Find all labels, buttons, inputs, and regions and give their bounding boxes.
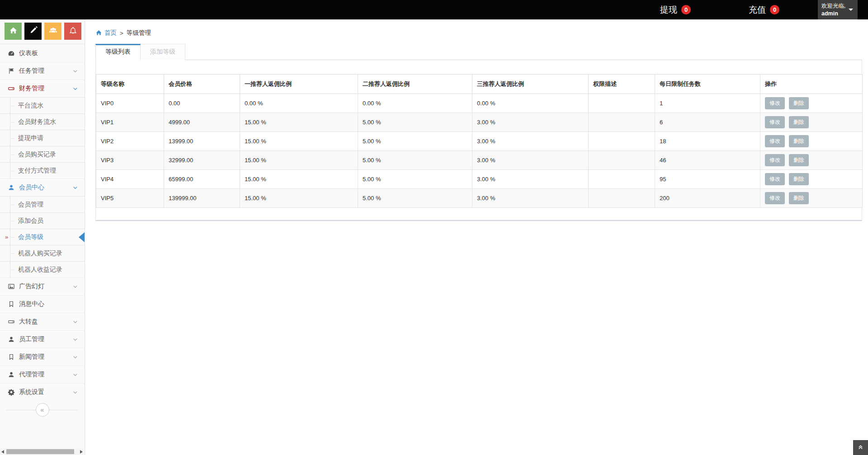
table-row: VIP2 13999.00 15.00 % 5.00 % 3.00 % 18 修… xyxy=(96,132,863,151)
hdd-icon xyxy=(7,318,15,325)
sidebar-subitem-支付方式管理[interactable]: 支付方式管理 xyxy=(0,162,85,178)
tab-等级列表[interactable]: 等级列表 xyxy=(95,44,141,60)
sidebar-subitem-平台流水[interactable]: 平台流水 xyxy=(0,97,85,113)
quick-tiles xyxy=(0,19,85,44)
cell-level-name: VIP3 xyxy=(96,151,164,170)
hdd-icon xyxy=(7,85,15,92)
sidebar-collapse-button[interactable]: « xyxy=(36,403,49,417)
user-icon xyxy=(7,336,15,343)
tile-users[interactable] xyxy=(44,23,61,40)
welcome-text: 欢迎光临, admin xyxy=(821,2,845,18)
sidebar-item-广告幻灯[interactable]: 广告幻灯 xyxy=(0,277,85,295)
gear-icon xyxy=(7,389,15,396)
sidebar-item-label: 财务管理 xyxy=(19,84,44,93)
sidebar-subitem-会员管理[interactable]: 会员管理 xyxy=(0,196,85,212)
topbar-withdraw-label: 提现 xyxy=(660,4,677,16)
edit-button[interactable]: 修改 xyxy=(765,154,785,166)
sidebar-item-仪表板[interactable]: 仪表板 xyxy=(0,44,85,62)
edit-button[interactable]: 修改 xyxy=(765,97,785,109)
users-icon xyxy=(49,26,57,37)
cell-level1-rate: 15.00 % xyxy=(240,151,358,170)
sidebar-subitem-label: 添加会员 xyxy=(18,217,43,225)
chevron-down-icon xyxy=(72,86,78,92)
scroll-left-icon[interactable] xyxy=(0,450,5,454)
sidebar-subitem-机器人购买记录[interactable]: 机器人购买记录 xyxy=(0,245,85,261)
cell-price: 0.00 xyxy=(164,94,240,113)
sidebar-item-消息中心[interactable]: 消息中心 xyxy=(0,295,85,313)
topbar-withdraw[interactable]: 提现 0 xyxy=(660,4,691,16)
chevron-down-icon xyxy=(72,68,78,74)
tile-pencil[interactable] xyxy=(24,23,42,40)
sidebar-item-label: 消息中心 xyxy=(19,300,44,308)
cell-level1-rate: 15.00 % xyxy=(240,113,358,132)
sidebar-item-系统设置[interactable]: 系统设置 xyxy=(0,383,85,401)
sidebar-item-员工管理[interactable]: 员工管理 xyxy=(0,330,85,348)
sidebar-subitem-机器人收益记录[interactable]: 机器人收益记录 xyxy=(0,261,85,277)
cell-actions: 修改 删除 xyxy=(760,132,863,151)
delete-button[interactable]: 删除 xyxy=(789,173,809,185)
main-content: 首页 > 等级管理 等级列表添加等级 等级名称会员价格一推荐人返佣比例二推荐人返… xyxy=(85,19,868,455)
sidebar-item-label: 代理管理 xyxy=(19,371,44,379)
sidebar-item-大转盘[interactable]: 大转盘 xyxy=(0,313,85,330)
tab-添加等级[interactable]: 添加等级 xyxy=(141,44,185,60)
cell-permission xyxy=(589,189,655,208)
cell-actions: 修改 删除 xyxy=(760,189,863,208)
delete-button[interactable]: 删除 xyxy=(789,97,809,109)
cell-level1-rate: 15.00 % xyxy=(240,170,358,189)
double-chevron-up-icon xyxy=(857,443,864,452)
edit-button[interactable]: 修改 xyxy=(765,173,785,185)
home-icon xyxy=(9,26,18,37)
sidebar-subitem-label: 会员财务流水 xyxy=(18,118,56,126)
cell-level2-rate: 5.00 % xyxy=(358,170,472,189)
sidebar-item-财务管理[interactable]: 财务管理 xyxy=(0,80,85,97)
column-header: 权限描述 xyxy=(589,75,655,94)
delete-button[interactable]: 删除 xyxy=(789,116,809,128)
cell-level1-rate: 15.00 % xyxy=(240,132,358,151)
column-header: 二推荐人返佣比例 xyxy=(358,75,472,94)
cell-price: 32999.00 xyxy=(164,151,240,170)
topbar: 提现 0 充值 0 欢迎光临, admin xyxy=(0,0,868,19)
tile-bell[interactable] xyxy=(64,23,81,40)
sidebar-subitem-会员等级[interactable]: » 会员等级 xyxy=(0,229,85,245)
user-icon xyxy=(7,184,15,191)
scroll-right-icon[interactable] xyxy=(79,450,84,454)
tile-home[interactable] xyxy=(5,23,22,40)
delete-button[interactable]: 删除 xyxy=(789,154,809,166)
cell-permission xyxy=(589,113,655,132)
cell-price: 139999.00 xyxy=(164,189,240,208)
edit-button[interactable]: 修改 xyxy=(765,192,785,204)
cell-actions: 修改 删除 xyxy=(760,94,863,113)
bell-icon xyxy=(69,26,77,37)
cell-actions: 修改 删除 xyxy=(760,113,863,132)
column-header: 操作 xyxy=(760,75,863,94)
sidebar-subitem-label: 机器人收益记录 xyxy=(18,266,62,274)
sidebar-item-任务管理[interactable]: 任务管理 xyxy=(0,62,85,80)
sidebar-item-新闻管理[interactable]: 新闻管理 xyxy=(0,348,85,366)
sidebar-subitem-会员购买记录[interactable]: 会员购买记录 xyxy=(0,146,85,162)
sidebar-subitem-提现申请[interactable]: 提现申请 xyxy=(0,130,85,146)
delete-button[interactable]: 删除 xyxy=(789,192,809,204)
user-menu[interactable]: 欢迎光临, admin xyxy=(818,0,858,19)
column-header: 会员价格 xyxy=(164,75,240,94)
sidebar-item-会员中心[interactable]: 会员中心 xyxy=(0,178,85,196)
table-row: VIP4 65999.00 15.00 % 5.00 % 3.00 % 95 修… xyxy=(96,170,863,189)
sidebar-subitem-会员财务流水[interactable]: 会员财务流水 xyxy=(0,113,85,130)
sidebar-subitem-label: 机器人购买记录 xyxy=(18,249,62,258)
sidebar-subitem-添加会员[interactable]: 添加会员 xyxy=(0,212,85,229)
sidebar-horizontal-scrollbar[interactable] xyxy=(0,448,84,455)
sidebar-item-代理管理[interactable]: 代理管理 xyxy=(0,366,85,383)
flag-icon xyxy=(7,67,15,75)
sidebar-item-label: 系统设置 xyxy=(19,388,44,396)
edit-button[interactable]: 修改 xyxy=(765,135,785,147)
cell-daily-limit: 6 xyxy=(655,113,760,132)
topbar-recharge[interactable]: 充值 0 xyxy=(749,4,779,16)
delete-button[interactable]: 删除 xyxy=(789,135,809,147)
cell-level3-rate: 3.00 % xyxy=(472,170,589,189)
cell-level3-rate: 3.00 % xyxy=(472,132,589,151)
active-arrow-icon xyxy=(79,232,85,242)
edit-button[interactable]: 修改 xyxy=(765,116,785,128)
back-to-top-button[interactable] xyxy=(853,440,868,455)
breadcrumb-home-link[interactable]: 首页 xyxy=(95,29,117,37)
scrollbar-thumb[interactable] xyxy=(6,449,74,454)
cell-level2-rate: 5.00 % xyxy=(358,189,472,208)
